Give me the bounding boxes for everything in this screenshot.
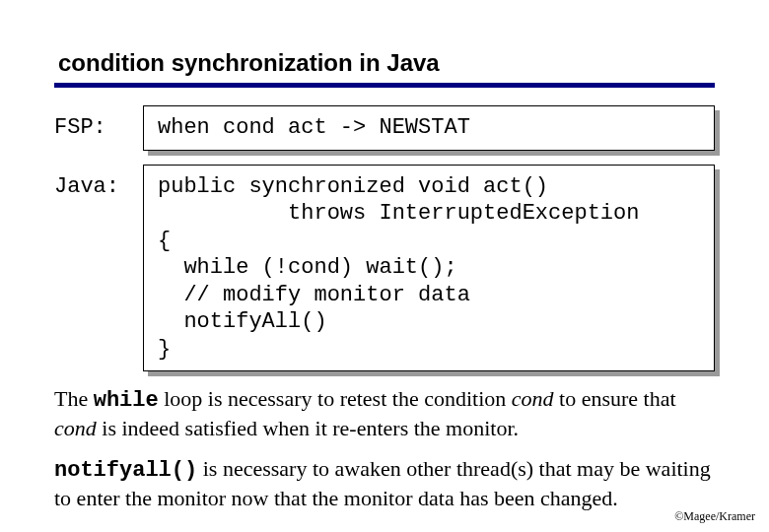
slide-title: condition synchronization in Java <box>58 49 715 77</box>
slide: condition synchronization in Java FSP: w… <box>0 0 769 532</box>
java-label: Java: <box>54 165 143 199</box>
p1-cond2: cond <box>54 416 97 440</box>
fsp-codebox: when cond act -> NEWSTAT <box>143 105 715 151</box>
fsp-row: FSP: when cond act -> NEWSTAT <box>54 105 715 151</box>
footer-credit: ©Magee/Kramer <box>674 509 755 524</box>
p1-cond1: cond <box>512 386 554 411</box>
p1-post: is indeed satisfied when it re-enters th… <box>97 416 519 440</box>
p1-mid2: to ensure that <box>554 386 676 411</box>
fsp-label: FSP: <box>54 105 143 140</box>
paragraph-1: The while loop is necessary to retest th… <box>54 385 715 441</box>
fsp-codebox-wrap: when cond act -> NEWSTAT <box>143 105 715 151</box>
paragraph-2: notifyall() is necessary to awaken other… <box>54 455 715 511</box>
java-codebox: public synchronized void act() throws In… <box>143 165 715 372</box>
title-rule <box>54 83 715 88</box>
java-codebox-wrap: public synchronized void act() throws In… <box>143 165 715 372</box>
p1-code-while: while <box>94 388 159 413</box>
p1-mid1: loop is necessary to retest the conditio… <box>159 386 512 411</box>
p2-code-notifyall: notifyall() <box>54 458 197 483</box>
p1-pre: The <box>54 386 94 411</box>
java-row: Java: public synchronized void act() thr… <box>54 165 715 372</box>
